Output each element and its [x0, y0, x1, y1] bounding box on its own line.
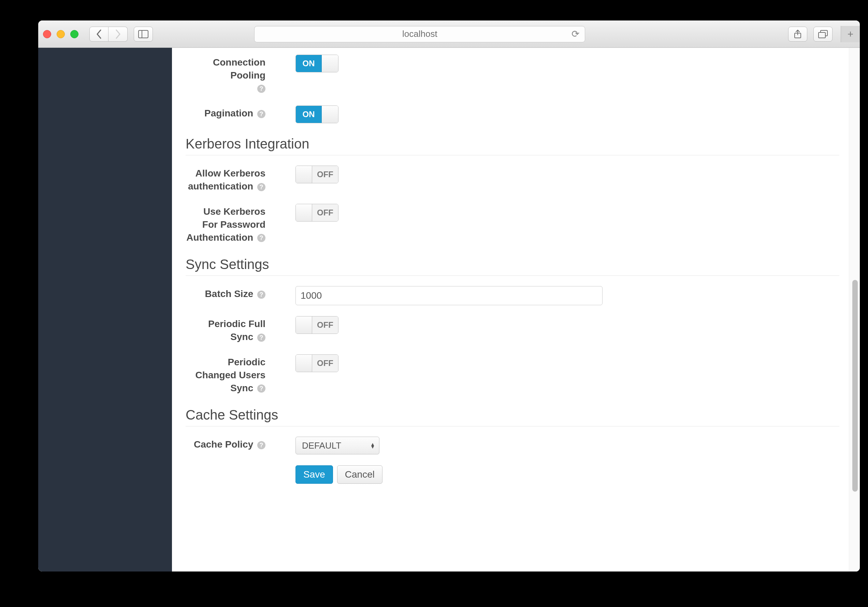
browser-window: localhost ⟳ + — [38, 20, 860, 571]
scrollbar-thumb[interactable] — [852, 280, 858, 492]
close-window-icon[interactable] — [43, 30, 51, 38]
connection-pooling-label: Connection Pooling ? — [186, 54, 269, 95]
toggle-knob — [322, 106, 338, 123]
toggle-knob — [296, 166, 312, 183]
share-button[interactable] — [788, 26, 807, 42]
app-sidebar — [38, 48, 172, 571]
browser-titlebar: localhost ⟳ + — [38, 20, 860, 48]
toggle-label: ON — [296, 106, 322, 123]
pagination-label: Pagination ? — [186, 106, 269, 120]
allow-kerberos-row: Allow Kerberos authentication ? OFF — [186, 166, 839, 193]
minimize-window-icon[interactable] — [57, 30, 65, 38]
periodic-changed-toggle[interactable]: OFF — [296, 354, 338, 372]
help-icon[interactable]: ? — [257, 183, 265, 191]
pagination-toggle[interactable]: ON — [296, 106, 338, 123]
kerberos-password-toggle[interactable]: OFF — [296, 204, 338, 222]
cache-policy-label: Cache Policy ? — [186, 437, 269, 451]
help-icon[interactable]: ? — [257, 290, 265, 299]
button-label: Save — [303, 469, 325, 480]
batch-size-input[interactable] — [296, 286, 603, 305]
connection-pooling-toggle[interactable]: ON — [296, 54, 338, 72]
periodic-full-label: Periodic Full Sync ? — [186, 316, 269, 343]
new-tab-button[interactable]: + — [841, 26, 860, 42]
vertical-scrollbar[interactable] — [849, 48, 860, 571]
window-controls — [43, 30, 79, 38]
allow-kerberos-label: Allow Kerberos authentication ? — [186, 166, 269, 193]
toggle-knob — [296, 204, 312, 221]
batch-size-row: Batch Size ? — [186, 286, 839, 305]
label-text: Cache Policy — [194, 439, 253, 450]
address-bar[interactable]: localhost ⟳ — [254, 26, 585, 42]
svg-rect-3 — [818, 33, 825, 38]
save-button[interactable]: Save — [296, 465, 333, 484]
periodic-changed-row: Periodic Changed Users Sync ? OFF — [186, 354, 839, 394]
reload-icon[interactable]: ⟳ — [572, 28, 579, 40]
chevron-right-icon — [115, 29, 121, 39]
cancel-button[interactable]: Cancel — [337, 465, 383, 484]
tabs-button[interactable] — [814, 26, 832, 42]
toolbar-right: + — [788, 26, 855, 42]
forward-button[interactable] — [108, 26, 128, 42]
help-icon[interactable]: ? — [257, 334, 265, 342]
connection-pooling-row: Connection Pooling ? ON — [186, 54, 839, 95]
label-text: Periodic Changed Users Sync — [195, 357, 265, 393]
sidebar-toggle-button[interactable] — [134, 26, 153, 42]
kerberos-password-row: Use Kerberos For Password Authentication… — [186, 204, 839, 244]
back-button[interactable] — [89, 26, 108, 42]
toggle-label: ON — [296, 55, 322, 72]
toggle-knob — [296, 355, 312, 372]
plus-icon: + — [848, 28, 854, 40]
label-text: Pagination — [205, 108, 253, 118]
label-text: Batch Size — [205, 289, 254, 299]
cache-policy-select[interactable]: DEFAULT ▲▼ — [296, 437, 380, 454]
chevron-left-icon — [96, 29, 102, 39]
toggle-label: OFF — [312, 355, 338, 372]
pagination-row: Pagination ? ON — [186, 106, 839, 123]
form-actions: Save Cancel — [186, 465, 839, 484]
cache-policy-row: Cache Policy ? DEFAULT ▲▼ — [186, 437, 839, 454]
help-icon[interactable]: ? — [257, 110, 265, 118]
toggle-knob — [322, 55, 338, 72]
sync-section-header: Sync Settings — [186, 257, 839, 276]
select-value: DEFAULT — [302, 440, 341, 451]
label-text: Use Kerberos For Password Authentication — [186, 206, 265, 243]
kerberos-password-label: Use Kerberos For Password Authentication… — [186, 204, 269, 244]
content-area: Connection Pooling ? ON Pagination ? — [38, 48, 860, 571]
nav-buttons — [89, 26, 128, 42]
toggle-label: OFF — [312, 317, 338, 334]
button-label: Cancel — [345, 469, 375, 480]
cache-section-header: Cache Settings — [186, 407, 839, 426]
help-icon[interactable]: ? — [257, 441, 265, 449]
kerberos-section-header: Kerberos Integration — [186, 136, 839, 155]
help-icon[interactable]: ? — [257, 384, 265, 393]
svg-rect-0 — [138, 30, 148, 38]
label-text: Periodic Full Sync — [208, 318, 265, 342]
allow-kerberos-toggle[interactable]: OFF — [296, 166, 338, 183]
toggle-label: OFF — [312, 204, 338, 221]
settings-form: Connection Pooling ? ON Pagination ? — [172, 48, 860, 504]
sidebar-icon — [138, 30, 149, 38]
batch-size-label: Batch Size ? — [186, 286, 269, 300]
periodic-changed-label: Periodic Changed Users Sync ? — [186, 354, 269, 394]
url-text: localhost — [402, 29, 437, 39]
toggle-label: OFF — [312, 166, 338, 183]
help-icon[interactable]: ? — [257, 85, 265, 93]
periodic-full-row: Periodic Full Sync ? OFF — [186, 316, 839, 343]
label-text: Connection Pooling — [213, 57, 265, 81]
toggle-knob — [296, 317, 312, 334]
label-text: Allow Kerberos authentication — [188, 168, 265, 191]
share-icon — [794, 29, 802, 39]
tabs-icon — [818, 30, 828, 38]
main-panel: Connection Pooling ? ON Pagination ? — [172, 48, 860, 571]
periodic-full-toggle[interactable]: OFF — [296, 316, 338, 334]
help-icon[interactable]: ? — [257, 234, 265, 242]
select-arrows-icon: ▲▼ — [370, 443, 375, 448]
maximize-window-icon[interactable] — [70, 30, 79, 38]
